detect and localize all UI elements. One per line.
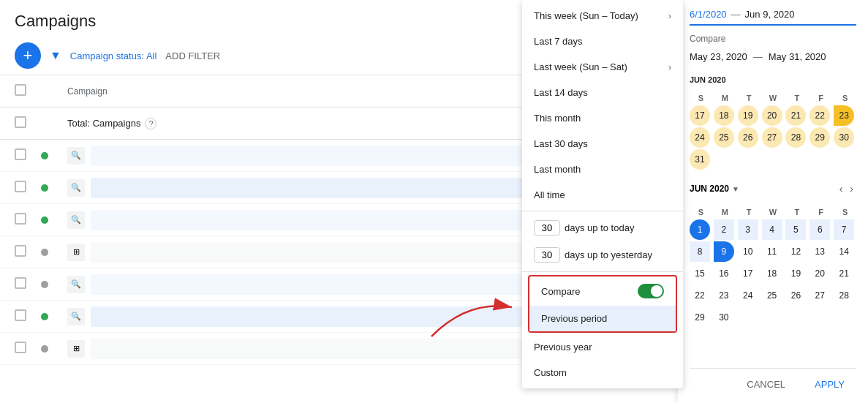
cal-day-18[interactable]: 18 — [762, 263, 782, 284]
days-yesterday-input[interactable] — [534, 247, 560, 263]
cal-day-30[interactable]: 30 — [714, 307, 734, 328]
prev-month-button[interactable]: ‹ — [837, 180, 846, 197]
cal-day-21[interactable]: 21 — [834, 263, 854, 284]
menu-item-this-week[interactable]: This week (Sun – Today) › — [522, 3, 683, 29]
compare-toggle-row: Compare — [529, 276, 676, 306]
cal-day-20[interactable]: 20 — [809, 263, 830, 284]
cal-day-10[interactable]: 10 — [738, 241, 758, 262]
date-range-dropdown: This week (Sun – Today) › Last 7 days La… — [522, 0, 683, 388]
cal-day[interactable]: 28 — [785, 127, 806, 148]
menu-item-custom[interactable]: Custom — [522, 360, 683, 385]
row-checkbox[interactable] — [15, 245, 26, 257]
calendar-panel: 6/1/2020 — Jun 9, 2020 Compare May 23, 2… — [678, 0, 868, 403]
row-search-icon[interactable]: 🔍 — [67, 308, 85, 325]
menu-item-last-month[interactable]: Last month — [522, 157, 683, 182]
day-header-t: T — [738, 92, 761, 104]
cal-day[interactable]: 29 — [809, 127, 830, 148]
cal-day-1[interactable]: 1 — [690, 219, 710, 240]
cal-day-4[interactable]: 4 — [762, 219, 782, 240]
menu-item-previous-period[interactable]: Previous period — [529, 306, 676, 331]
menu-separator — [522, 211, 683, 211]
cal-day-23[interactable]: 23 — [714, 285, 734, 306]
row-search-icon[interactable]: 🔍 — [67, 147, 85, 165]
menu-item-last-14-days[interactable]: Last 14 days — [522, 80, 683, 105]
cal-day-16[interactable]: 16 — [714, 263, 734, 284]
menu-item-last-30-days[interactable]: Last 30 days — [522, 131, 683, 157]
cal-day[interactable]: 26 — [738, 127, 758, 148]
cal-day-3[interactable]: 3 — [738, 219, 758, 240]
date-from[interactable]: 6/1/2020 — [690, 9, 727, 20]
menu-item-last-week[interactable]: Last week (Sun – Sat) › — [522, 54, 683, 80]
apply-button[interactable]: APPLY — [803, 374, 856, 394]
cal-day-22[interactable]: 22 — [690, 285, 710, 306]
menu-item-last-7-days[interactable]: Last 7 days — [522, 29, 683, 54]
row-checkbox[interactable] — [15, 309, 26, 321]
filter-icon[interactable]: ▼ — [50, 49, 61, 62]
cal-day-19[interactable]: 19 — [785, 263, 806, 284]
cal-day-25[interactable]: 25 — [762, 285, 782, 306]
row-grid-icon[interactable]: ⊞ — [67, 340, 85, 358]
cal-day[interactable]: 23 — [834, 105, 854, 126]
add-button[interactable]: + — [15, 42, 41, 69]
cal-day-11[interactable]: 11 — [762, 241, 782, 262]
row-checkbox[interactable] — [15, 277, 26, 289]
chevron-right-icon: › — [668, 62, 671, 72]
calendar-nav: JUN 2020 ▼ ‹ › — [690, 180, 856, 197]
cal-day[interactable]: 20 — [762, 105, 782, 126]
cal-day-2[interactable]: 2 — [714, 219, 734, 240]
menu-item-previous-year[interactable]: Previous year — [522, 334, 683, 360]
menu-item-all-time[interactable]: All time — [522, 182, 683, 208]
menu-item-this-month[interactable]: This month — [522, 105, 683, 131]
cal-day-12[interactable]: 12 — [785, 241, 806, 262]
next-month-button[interactable]: › — [847, 180, 856, 197]
cal-day[interactable]: 24 — [690, 127, 710, 148]
cal-day-13[interactable]: 13 — [809, 241, 830, 262]
chevron-right-icon: › — [668, 11, 671, 21]
total-checkbox[interactable] — [15, 116, 26, 128]
row-search-icon[interactable]: 🔍 — [67, 276, 85, 293]
cal-day[interactable]: 19 — [738, 105, 758, 126]
total-label: Total: Campaigns ? — [67, 118, 156, 129]
day-header-s: S — [690, 92, 712, 104]
cal-day-5[interactable]: 5 — [785, 219, 806, 240]
cal-day[interactable]: 30 — [834, 127, 854, 148]
cal-day[interactable]: 17 — [690, 105, 710, 126]
add-filter-button[interactable]: ADD FILTER — [165, 50, 220, 61]
cancel-button[interactable]: CANCEL — [735, 374, 797, 394]
cal-day[interactable]: 21 — [785, 105, 806, 126]
row-checkbox[interactable] — [15, 213, 26, 225]
cal-day-27[interactable]: 27 — [809, 285, 830, 306]
row-search-icon[interactable]: 🔍 — [67, 211, 85, 229]
cal-day[interactable]: 22 — [809, 105, 830, 126]
compare-label: Compare — [541, 286, 580, 297]
cal-day-6[interactable]: 6 — [809, 219, 830, 240]
days-today-input[interactable] — [534, 220, 560, 236]
compare-to[interactable]: May 31, 2020 — [769, 51, 826, 62]
cal-day[interactable]: 18 — [714, 105, 734, 126]
cal-day-24[interactable]: 24 — [738, 285, 758, 306]
cal-day[interactable]: 31 — [690, 149, 710, 170]
filter-label[interactable]: Campaign status: All — [70, 50, 157, 61]
row-search-icon[interactable]: 🔍 — [67, 179, 85, 197]
month-dropdown-icon[interactable]: ▼ — [732, 185, 739, 193]
cal-day-17[interactable]: 17 — [738, 263, 758, 284]
row-grid-icon[interactable]: ⊞ — [67, 244, 85, 261]
cal-day[interactable]: 25 — [714, 127, 734, 148]
cal-day-28[interactable]: 28 — [834, 285, 854, 306]
date-to[interactable]: Jun 9, 2020 — [745, 9, 795, 20]
row-checkbox[interactable] — [15, 181, 26, 192]
cal-day-8[interactable]: 8 — [690, 241, 710, 262]
row-checkbox[interactable] — [15, 342, 26, 353]
compare-from[interactable]: May 23, 2020 — [690, 51, 747, 62]
cal-day-29[interactable]: 29 — [690, 307, 710, 328]
row-checkbox[interactable] — [15, 148, 26, 160]
cal-day-7[interactable]: 7 — [834, 219, 854, 240]
compare-toggle[interactable] — [638, 284, 664, 298]
cal-day-15[interactable]: 15 — [690, 263, 710, 284]
cal-day-9[interactable]: 9 — [714, 241, 734, 262]
cal-day-26[interactable]: 26 — [785, 285, 806, 306]
status-dot-paused — [41, 281, 48, 288]
cal-day[interactable]: 27 — [762, 127, 782, 148]
select-all-checkbox[interactable] — [15, 84, 26, 96]
cal-day-14[interactable]: 14 — [834, 241, 854, 262]
